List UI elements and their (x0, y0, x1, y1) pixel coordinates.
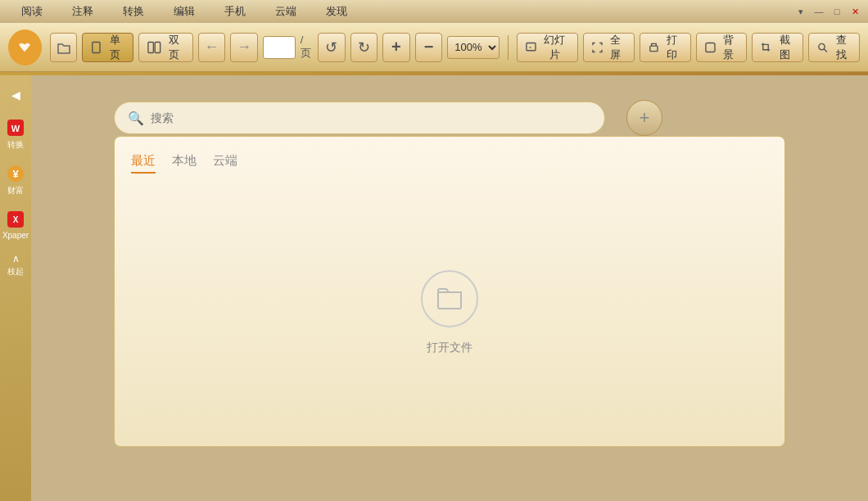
svg-text:X: X (13, 215, 19, 224)
toolbar-separator (508, 35, 509, 60)
main-area: 🔍 + 最近 本地 云端 打开文件 (31, 75, 868, 501)
svg-rect-5 (650, 46, 658, 51)
svg-rect-3 (155, 42, 160, 52)
title-bar: 阅读 注释 转换 编辑 手机 云端 发现 ▾ — □ ✕ (0, 0, 868, 23)
svg-text:W: W (11, 124, 20, 133)
settings-icon[interactable]: ▾ (794, 5, 807, 18)
single-page-button[interactable]: 单页 (82, 33, 133, 62)
tab-cloud[interactable]: 云端 (213, 153, 237, 174)
sidebar-item-up[interactable]: ∧ 枝起 (1, 246, 30, 284)
slideshow-button[interactable]: 幻灯片 (517, 33, 578, 62)
menu-read[interactable]: 阅读 (7, 1, 57, 22)
search-input[interactable] (151, 111, 591, 124)
search-row: 🔍 + (114, 100, 785, 136)
menu-edit[interactable]: 编辑 (159, 1, 210, 22)
toolbar: 单页 双页 ← → /页 ↺ ↻ + − 50% 75% 100% 125% 1… (0, 23, 868, 72)
search-icon: 🔍 (128, 111, 144, 126)
sidebar-item-money[interactable]: ¥ 财富 (1, 157, 30, 203)
fullscreen-button[interactable]: 全屏 (583, 33, 635, 62)
menu-phone[interactable]: 手机 (210, 1, 260, 22)
search-bar: 🔍 (114, 102, 605, 134)
print-button[interactable]: 打印 (640, 33, 691, 62)
tab-local[interactable]: 本地 (172, 153, 197, 174)
svg-rect-1 (93, 42, 100, 52)
file-panel: 最近 本地 云端 打开文件 (114, 136, 785, 447)
minimize-icon[interactable]: — (812, 5, 825, 18)
page-number-input[interactable] (263, 36, 296, 59)
crop-button[interactable]: 截图 (752, 33, 803, 62)
empty-state: 打开文件 (131, 198, 768, 427)
close-icon[interactable]: ✕ (848, 5, 861, 18)
add-button[interactable]: + (626, 100, 662, 136)
find-button[interactable]: 查找 (808, 33, 860, 62)
empty-state-label: 打开文件 (427, 341, 472, 355)
sidebar-label-xpaper: Xpaper (2, 231, 29, 240)
sidebar-label-up: 枝起 (7, 266, 24, 278)
menu-discover[interactable]: 发现 (311, 1, 362, 22)
left-sidebar: ◀ W 转换 ¥ 财富 X Xpaper (0, 75, 31, 501)
sidebar-label-money: 财富 (7, 185, 24, 196)
redo-button[interactable]: ↻ (350, 33, 378, 62)
zoom-in-button[interactable]: + (382, 33, 410, 62)
tabs: 最近 本地 云端 (131, 153, 768, 174)
menu-bar: 阅读 注释 转换 编辑 手机 云端 发现 (7, 1, 362, 22)
svg-point-7 (819, 43, 825, 49)
sidebar-toggle[interactable]: ◀ (1, 82, 30, 108)
forward-button[interactable]: → (230, 33, 258, 62)
menu-annotate[interactable]: 注释 (57, 1, 108, 22)
sidebar-item-xpaper[interactable]: X Xpaper (1, 203, 30, 246)
open-folder-button[interactable] (50, 33, 78, 62)
zoom-select[interactable]: 50% 75% 100% 125% 150% 200% (447, 36, 500, 59)
svg-line-8 (824, 48, 827, 52)
svg-rect-6 (706, 43, 715, 52)
window-controls: ▾ — □ ✕ (794, 5, 861, 18)
menu-cloud[interactable]: 云端 (260, 1, 311, 22)
double-page-button[interactable]: 双页 (138, 33, 193, 62)
page-separator: /页 (301, 34, 313, 61)
undo-button[interactable]: ↺ (318, 33, 346, 62)
folder-icon[interactable] (421, 270, 478, 327)
zoom-out-button[interactable]: − (415, 33, 443, 62)
logo-button[interactable] (8, 29, 42, 65)
menu-convert[interactable]: 转换 (108, 1, 159, 22)
svg-rect-4 (527, 43, 536, 50)
background-button[interactable]: 背景 (696, 33, 748, 62)
maximize-icon[interactable]: □ (830, 5, 843, 18)
svg-rect-2 (148, 42, 153, 52)
sidebar-item-convert[interactable]: W 转换 (1, 111, 30, 157)
tab-recent[interactable]: 最近 (131, 153, 156, 174)
sidebar-label-convert: 转换 (7, 139, 24, 151)
svg-text:¥: ¥ (12, 168, 19, 180)
back-button[interactable]: ← (198, 33, 226, 62)
